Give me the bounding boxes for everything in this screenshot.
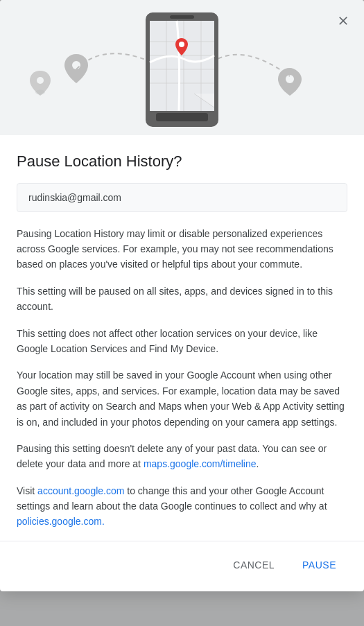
policies-link[interactable]: policies.google.com. <box>17 516 105 527</box>
paragraph-5: Pausing this setting doesn't delete any … <box>17 441 347 472</box>
dialog: Pause Location History? rudinskia@gmail.… <box>0 0 364 591</box>
svg-rect-9 <box>156 113 208 121</box>
dialog-title: Pause Location History? <box>17 152 347 172</box>
svg-rect-8 <box>170 15 194 19</box>
dialog-backdrop: Pause Location History? rudinskia@gmail.… <box>0 0 364 626</box>
account-row: rudinskia@gmail.com <box>17 183 347 212</box>
dialog-footer: CANCEL PAUSE <box>0 541 364 591</box>
paragraph-2: This setting will be paused on all sites… <box>17 284 347 315</box>
account-link[interactable]: account.google.com <box>37 485 124 496</box>
svg-point-1 <box>72 61 80 69</box>
svg-point-3 <box>37 77 44 84</box>
paragraph-4: Your location may still be saved in your… <box>17 367 347 430</box>
dialog-illustration <box>0 0 364 135</box>
cancel-button[interactable]: CANCEL <box>222 553 286 577</box>
close-button[interactable] <box>332 10 354 32</box>
svg-point-17 <box>179 42 184 47</box>
account-email: rudinskia@gmail.com <box>28 192 121 203</box>
timeline-link[interactable]: maps.google.com/timeline <box>144 458 257 469</box>
dialog-body: Pause Location History? rudinskia@gmail.… <box>0 135 364 530</box>
paragraph-1: Pausing Location History may limit or di… <box>17 226 347 272</box>
pause-button[interactable]: PAUSE <box>291 553 347 577</box>
paragraph-3: This setting does not affect other locat… <box>17 326 347 357</box>
illustration-svg <box>0 0 364 135</box>
paragraph-6: Visit account.google.com to change this … <box>17 483 347 530</box>
